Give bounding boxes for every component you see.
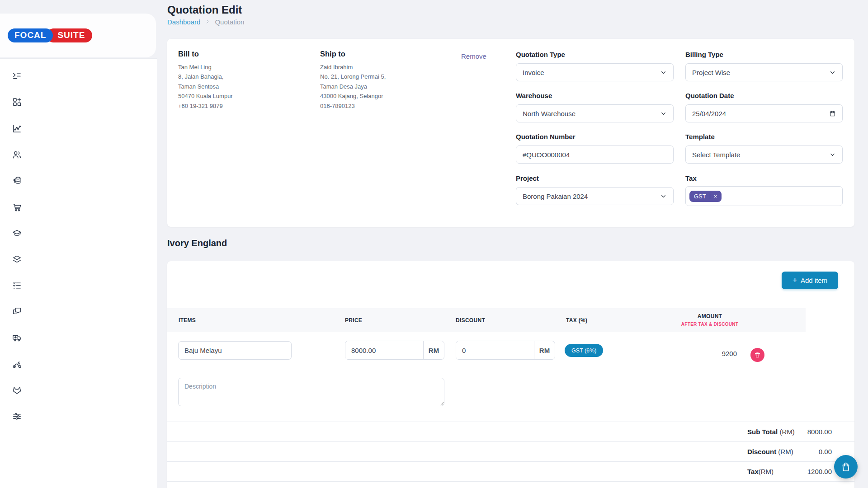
tax-total-label: Tax — [747, 468, 759, 475]
tax-total-row: Tax(RM) 1200.00 — [167, 461, 854, 481]
remove-customer-link[interactable]: Remove — [461, 52, 486, 60]
focal-suite-logo: FOCAL SUITE — [8, 28, 92, 42]
sidebar-rail-divider — [35, 58, 35, 488]
ship-to-name: Zaid Ibrahim — [320, 62, 447, 72]
checklist-icon[interactable] — [12, 280, 22, 291]
project-value: Borong Pakaian 2024 — [523, 192, 588, 200]
quotation-number-label: Quotation Number — [516, 133, 674, 141]
users-icon[interactable] — [12, 150, 22, 160]
item-name-input[interactable] — [178, 341, 292, 360]
trash-icon — [754, 352, 761, 358]
items-column-header: ITEMS — [179, 317, 196, 324]
bill-to-address-line: Taman Sentosa — [178, 82, 305, 91]
tax-chip-gst: GST × — [689, 191, 722, 202]
graduation-cap-icon[interactable] — [12, 228, 22, 239]
chevron-down-icon — [660, 69, 667, 76]
ship-to-heading: Ship to — [320, 50, 447, 58]
tax-label: Tax — [685, 174, 843, 182]
ship-to-address-line: No. 21, Lorong Permai 5, — [320, 72, 447, 81]
tax-total-value: 1200.00 — [773, 468, 832, 475]
sidebar — [0, 58, 157, 488]
chevron-down-icon — [829, 151, 836, 158]
billing-type-value: Project Wise — [692, 69, 730, 76]
customer-name-heading: Ivory England — [167, 238, 227, 249]
scooter-icon[interactable] — [12, 359, 22, 370]
template-value: Select Template — [692, 151, 740, 159]
chart-line-icon[interactable] — [12, 123, 22, 134]
bill-to-block: Bill to Tan Mei Ling 8, Jalan Bahagia, T… — [178, 50, 305, 111]
discount-input[interactable] — [456, 341, 534, 359]
ship-to-block: Ship to Zaid Ibrahim No. 21, Lorong Perm… — [320, 50, 447, 111]
grid-plus-icon[interactable] — [12, 97, 22, 107]
amount-subheader: AFTER TAX & DISCOUNT — [669, 322, 750, 327]
quotation-type-select[interactable]: Invoice — [516, 63, 674, 81]
ship-to-phone: 016-7890123 — [320, 101, 447, 111]
total-row-clipped — [167, 481, 854, 488]
ship-to-address-line: Taman Desa Jaya — [320, 82, 447, 91]
quotation-date-label: Quotation Date — [685, 92, 843, 99]
cart-fab-button[interactable] — [834, 455, 858, 479]
discount-total-row: Discount (RM) 0.00 — [167, 441, 854, 461]
price-input-group: RM — [345, 341, 444, 360]
discount-input-group: RM — [456, 341, 555, 360]
subtotal-value: 8000.00 — [773, 428, 832, 436]
logo-focal-text: FOCAL — [8, 28, 53, 42]
items-table-header: ITEMS PRICE DISCOUNT TAX (%) AMOUNT AFTE… — [167, 308, 806, 332]
bill-to-heading: Bill to — [178, 50, 305, 58]
chevron-down-icon — [660, 110, 667, 117]
project-label: Project — [516, 174, 674, 182]
quotation-date-input[interactable]: 25/04/2024 — [685, 104, 843, 122]
discount-currency-suffix: RM — [534, 341, 555, 359]
calendar-icon — [829, 110, 836, 117]
warehouse-label: Warehouse — [516, 92, 674, 99]
chevron-right-icon — [205, 18, 210, 26]
warehouse-select[interactable]: North Warehouse — [516, 104, 674, 122]
bill-to-address-line: 8, Jalan Bahagia, — [178, 72, 305, 81]
subtotal-row: Sub Total (RM) 8000.00 — [167, 422, 854, 441]
tax-column-header: TAX (%) — [566, 317, 587, 324]
truck-plus-icon[interactable] — [12, 333, 22, 343]
list-start-icon[interactable] — [12, 71, 22, 81]
tax-multiselect[interactable]: GST × — [685, 186, 843, 206]
warehouse-value: North Warehouse — [523, 110, 576, 117]
chip-divider — [710, 193, 710, 199]
chevron-down-icon — [660, 193, 667, 200]
fox-icon[interactable] — [12, 385, 22, 395]
discount-total-label: Discount — [747, 448, 776, 455]
discount-column-header: DISCOUNT — [456, 317, 485, 324]
shopping-bag-icon — [840, 461, 851, 472]
breadcrumb-dashboard-link[interactable]: Dashboard — [167, 18, 200, 26]
coins-icon[interactable] — [12, 175, 22, 186]
tax-chip-label: GST — [694, 193, 706, 200]
quotation-number-input[interactable] — [523, 151, 667, 159]
row-tax-chip[interactable]: GST (6%) — [565, 344, 603, 357]
item-description-textarea[interactable] — [178, 378, 444, 406]
cart-icon[interactable] — [12, 202, 22, 212]
price-input[interactable] — [345, 341, 423, 359]
discount-total-value: 0.00 — [773, 448, 832, 455]
price-currency-suffix: RM — [423, 341, 444, 359]
totals-section: Sub Total (RM) 8000.00 Discount (RM) 0.0… — [167, 422, 854, 488]
sliders-icon[interactable] — [12, 411, 22, 422]
project-select[interactable]: Borong Pakaian 2024 — [516, 187, 674, 205]
chevron-down-icon — [829, 69, 836, 76]
layers-icon[interactable] — [12, 254, 22, 264]
chat-icon[interactable] — [12, 306, 22, 316]
logo-suite-text: SUITE — [47, 28, 92, 42]
bill-to-phone: +60 19-321 9879 — [178, 101, 305, 111]
row-amount-value: 9200 — [692, 350, 737, 357]
add-item-button[interactable]: + Add item — [782, 272, 838, 289]
add-item-label: Add item — [801, 277, 827, 284]
delete-item-button[interactable] — [750, 348, 764, 362]
billing-type-label: Billing Type — [685, 51, 843, 58]
template-select[interactable]: Select Template — [685, 145, 843, 164]
page-title: Quotation Edit — [167, 4, 242, 16]
remove-tax-chip-button[interactable]: × — [714, 193, 717, 200]
quotation-details-card: Bill to Tan Mei Ling 8, Jalan Bahagia, T… — [167, 39, 854, 227]
plus-icon: + — [793, 275, 797, 285]
quotation-date-value: 25/04/2024 — [692, 110, 726, 117]
quotation-type-label: Quotation Type — [516, 51, 674, 58]
billing-type-select[interactable]: Project Wise — [685, 63, 843, 81]
app-logo[interactable]: FOCAL SUITE — [0, 14, 156, 57]
breadcrumb-current: Quotation — [215, 18, 244, 26]
